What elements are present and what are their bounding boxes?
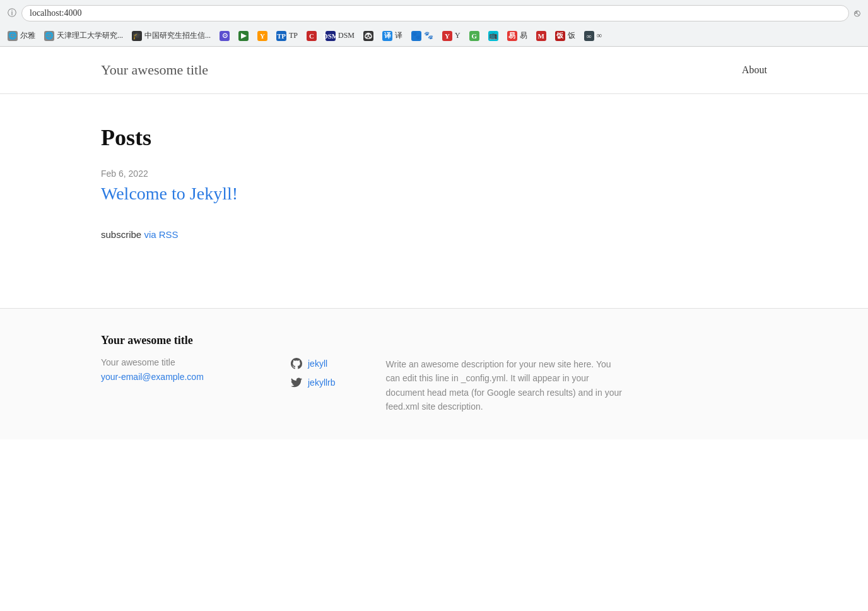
bookmark-item[interactable]: M (534, 30, 549, 42)
footer-twitter-item: jekyllrb (290, 376, 336, 389)
main-content: Posts Feb 6, 2022 Welcome to Jekyll! sub… (0, 94, 868, 270)
bookmark-item[interactable]: G (467, 30, 482, 42)
footer-email-link[interactable]: your-email@example.com (101, 372, 204, 382)
footer-title: Your awesome title (101, 334, 767, 347)
rss-link[interactable]: via RSS (144, 229, 178, 240)
site-footer: Your awesome title Your awesome title yo… (0, 308, 868, 439)
info-icon: ⓘ (8, 8, 16, 19)
url-text: localhost:4000 (30, 8, 81, 18)
bookmark-item[interactable]: Y (255, 30, 270, 42)
post-item: Feb 6, 2022 Welcome to Jekyll! (101, 169, 767, 204)
post-title-link[interactable]: Welcome to Jekyll! (101, 184, 238, 203)
bookmark-item[interactable]: TPTP (274, 30, 300, 42)
footer-col-links: jekyll jekyllrb (290, 357, 336, 389)
twitter-icon (290, 376, 303, 389)
browser-chrome: ⓘ localhost:4000 ⎋ 🌐尔雅🌐天津理工大学研究...🎓中国研究生… (0, 0, 868, 47)
bookmark-item[interactable]: ▶ (236, 30, 251, 42)
bookmark-item[interactable]: C (304, 30, 319, 42)
url-box[interactable]: localhost:4000 (21, 5, 849, 21)
bookmarks-bar: 🌐尔雅🌐天津理工大学研究...🎓中国研究生招生信...⊙▶YTPTPCDSMDS… (0, 27, 868, 46)
bookmark-item[interactable]: 🌐天津理工大学研究... (42, 29, 126, 42)
bookmark-item[interactable]: 饭饭 (553, 29, 578, 42)
nav-about-link[interactable]: About (742, 64, 767, 76)
bookmark-item[interactable]: 🌐尔雅 (5, 29, 38, 42)
footer-links-list: jekyll jekyllrb (290, 357, 336, 389)
bookmark-item[interactable]: ⊙ (217, 30, 232, 42)
bookmark-item[interactable]: 译译 (380, 29, 405, 42)
site-header: Your awesome title About (0, 47, 868, 94)
footer-description: Write an awesome description for your ne… (386, 357, 626, 414)
subscribe-text: subscribe (101, 229, 141, 240)
bookmark-item[interactable]: 🎓中国研究生招生信... (129, 29, 213, 42)
github-icon (290, 357, 303, 370)
footer-col-description: Write an awesome description for your ne… (386, 357, 626, 414)
bookmark-item[interactable]: ∞∞ (582, 30, 605, 42)
footer-columns: Your awesome title your-email@example.co… (101, 357, 767, 414)
bookmark-item[interactable]: 易易 (505, 29, 530, 42)
twitter-link[interactable]: jekyllrb (308, 377, 336, 388)
footer-col-info: Your awesome title your-email@example.co… (101, 357, 240, 383)
address-bar: ⓘ localhost:4000 ⎋ (0, 0, 868, 27)
bookmark-item[interactable]: DSMDSM (323, 30, 357, 42)
bookmark-item[interactable]: 🐼 (361, 30, 376, 42)
posts-heading: Posts (101, 124, 767, 151)
footer-site-name: Your awesome title (101, 357, 240, 367)
github-link[interactable]: jekyll (308, 359, 327, 369)
subscribe-line: subscribe via RSS (101, 229, 767, 240)
post-date: Feb 6, 2022 (101, 169, 767, 179)
site-title[interactable]: Your awesome title (101, 62, 208, 78)
bookmark-item[interactable]: 📺 (486, 30, 501, 42)
footer-github-item: jekyll (290, 357, 336, 370)
share-icon[interactable]: ⎋ (854, 8, 860, 19)
bookmark-item[interactable]: 🐾🐾 (409, 30, 436, 42)
bookmark-item[interactable]: YY (440, 30, 463, 42)
